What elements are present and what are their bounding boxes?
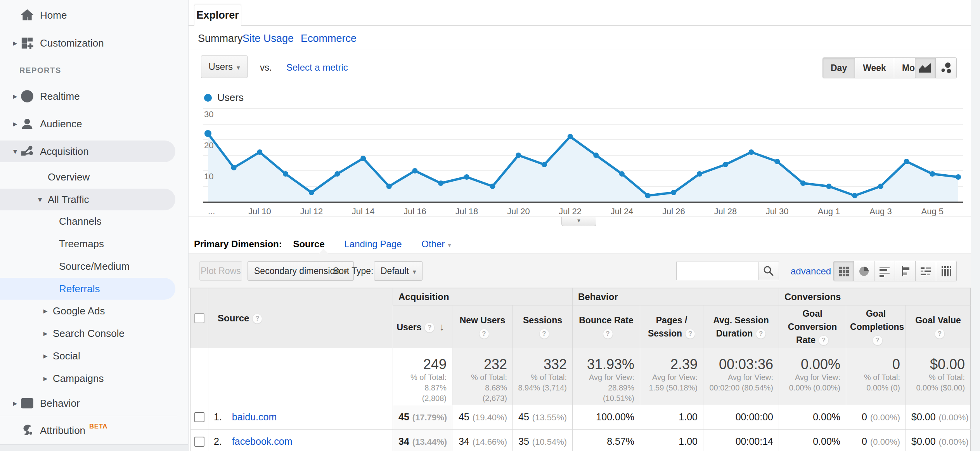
acquisition-icon	[19, 144, 35, 159]
column-header-sessions[interactable]: Sessions?	[513, 305, 573, 349]
cell-goal-completions: 0(0.00%)	[846, 405, 906, 429]
sidebar-item-all-traffic[interactable]: ▾All Traffic	[0, 189, 175, 210]
select-all-checkbox[interactable]	[194, 313, 204, 323]
sidebar-item-channels[interactable]: Channels	[0, 210, 175, 232]
percent-view-icon[interactable]	[854, 261, 874, 281]
chevron-down-icon[interactable]: ▾	[11, 147, 19, 156]
column-header-bounce-rate[interactable]: Bounce Rate?	[573, 305, 640, 349]
cell-new-users: 45(19.40%)	[452, 405, 513, 429]
column-header-users[interactable]: Users?↓	[393, 305, 452, 349]
sidebar-item-search-console[interactable]: ▸Search Console	[0, 323, 175, 344]
pivot-view-icon[interactable]	[936, 261, 957, 281]
sidebar-item-acquisition[interactable]: ▾Acquisition	[0, 141, 175, 162]
sidebar-item-social[interactable]: ▸Social	[0, 345, 175, 367]
row-checkbox[interactable]	[194, 437, 204, 447]
chevron-right-icon[interactable]: ▸	[11, 92, 19, 101]
source-link[interactable]: facebook.com	[232, 436, 293, 447]
line-chart-icon[interactable]	[915, 57, 936, 78]
sidebar-item-google-ads[interactable]: ▸Google Ads	[0, 300, 175, 322]
chevron-down-icon[interactable]: ▾	[36, 195, 44, 204]
help-icon[interactable]: ?	[479, 329, 489, 339]
chevron-right-icon[interactable]: ▸	[41, 374, 50, 383]
plot-rows-button[interactable]: Plot Rows	[199, 261, 242, 281]
sidebar-item-label: Channels	[59, 215, 102, 227]
sidebar-item-home[interactable]: Home	[0, 4, 175, 26]
row-checkbox[interactable]	[194, 412, 204, 422]
svg-text:Aug 3: Aug 3	[869, 206, 892, 216]
sidebar-item-realtime[interactable]: ▸Realtime	[0, 85, 175, 107]
row-source-cell: 2.facebook.com	[208, 429, 393, 451]
secondary-dimension-label: Secondary dimension	[254, 266, 340, 276]
help-icon[interactable]: ?	[756, 329, 766, 339]
primary-dimension-landing-page[interactable]: Landing Page	[344, 239, 402, 249]
help-icon[interactable]: ?	[603, 329, 613, 339]
help-icon[interactable]: ?	[685, 329, 695, 339]
chevron-right-icon[interactable]: ▸	[41, 351, 50, 361]
sidebar-item-label: Search Console	[53, 328, 125, 340]
subtab-site-usage[interactable]: Site Usage	[242, 33, 294, 45]
term-cloud-view-icon[interactable]	[916, 261, 936, 281]
tab-explorer[interactable]: Explorer	[194, 5, 241, 26]
cell-goal-value: $0.00(0.00%)	[906, 405, 971, 429]
sidebar-item-audience[interactable]: ▸Audience	[0, 113, 175, 135]
totals-source-cell	[208, 348, 393, 405]
help-icon[interactable]: ?	[873, 335, 883, 345]
help-icon[interactable]: ?	[539, 329, 549, 339]
performance-view-icon[interactable]	[874, 261, 895, 281]
report-table: Source? Acquisition Behavior Conversions…	[190, 288, 971, 451]
clock-icon	[19, 88, 35, 104]
primary-dimension-source[interactable]: Source	[293, 239, 324, 249]
column-header-new-users[interactable]: New Users?	[452, 305, 513, 349]
column-header-goal-value[interactable]: Goal Value?	[906, 305, 971, 349]
sidebar-item-campaigns[interactable]: ▸Campaigns	[0, 368, 175, 389]
sidebar-item-treemaps[interactable]: Treemaps	[0, 233, 175, 255]
subtab-ecommerce[interactable]: Ecommerce	[301, 33, 357, 45]
sidebar-item-behavior[interactable]: ▸Behavior	[0, 392, 175, 414]
collapse-chart-button[interactable]: ▼	[561, 217, 596, 226]
primary-dimension-other[interactable]: Other	[421, 239, 445, 249]
chevron-right-icon[interactable]: ▸	[11, 399, 19, 408]
column-header-avg-duration[interactable]: Avg. Session Duration?	[703, 305, 779, 349]
sidebar-item-label: Referrals	[59, 283, 100, 295]
granularity-day-button[interactable]: Day	[822, 57, 855, 78]
svg-text:Jul 22: Jul 22	[559, 206, 582, 216]
source-column-header[interactable]: Source?	[208, 288, 393, 349]
column-header-goal-completions[interactable]: Goal Completions?	[846, 305, 906, 349]
advanced-search-link[interactable]: advanced	[791, 266, 831, 277]
totals-users: 249% of Total:8.87%(2,808)	[393, 348, 452, 405]
chevron-right-icon[interactable]: ▸	[11, 38, 19, 48]
chevron-right-icon[interactable]: ▸	[41, 329, 50, 338]
totals-select-cell	[190, 348, 208, 405]
column-header-pages-session[interactable]: Pages / Session?	[640, 305, 703, 349]
chevron-right-icon[interactable]: ▸	[11, 119, 19, 128]
chevron-right-icon[interactable]: ▸	[41, 306, 50, 316]
help-icon[interactable]: ?	[252, 314, 262, 324]
subtab-summary[interactable]: Summary	[198, 33, 243, 45]
source-link[interactable]: baidu.com	[232, 411, 277, 422]
help-icon[interactable]: ?	[935, 329, 945, 339]
metric-dropdown[interactable]: Users▾	[201, 56, 248, 78]
help-icon[interactable]: ?	[819, 335, 829, 345]
primary-dimension-bar: Primary Dimension: Source Landing Page O…	[194, 239, 451, 250]
sidebar-item-label: AttributionBETA	[40, 423, 107, 437]
column-header-goal-conv-rate[interactable]: Goal Conversion Rate?	[779, 305, 846, 349]
beta-badge: BETA	[89, 423, 107, 430]
search-input[interactable]	[676, 262, 758, 280]
comparison-view-icon[interactable]	[895, 261, 916, 281]
chevron-down-icon: ▾	[413, 268, 416, 276]
table-view-icon[interactable]	[833, 261, 854, 281]
granularity-week-button[interactable]: Week	[855, 57, 894, 78]
sidebar-item-overview[interactable]: Overview	[0, 166, 175, 188]
sidebar-item-attribution[interactable]: AttributionBETA	[0, 419, 175, 441]
select-metric-link[interactable]: Select a metric	[286, 62, 348, 73]
totals-goal-value: $0.00% of Total:0.00% ($0.00)	[906, 348, 971, 405]
sidebar-item-customization[interactable]: ▸Customization	[0, 32, 175, 54]
sort-type-dropdown[interactable]: Default▾	[374, 261, 422, 281]
motion-chart-icon[interactable]	[936, 57, 957, 78]
help-icon[interactable]: ?	[424, 323, 435, 333]
search-button[interactable]	[758, 262, 779, 280]
svg-text:20: 20	[204, 141, 213, 150]
sidebar-item-source-medium[interactable]: Source/Medium	[0, 255, 175, 277]
sidebar-item-referrals[interactable]: Referrals	[0, 278, 175, 300]
sidebar-item-label: Google Ads	[53, 305, 105, 317]
